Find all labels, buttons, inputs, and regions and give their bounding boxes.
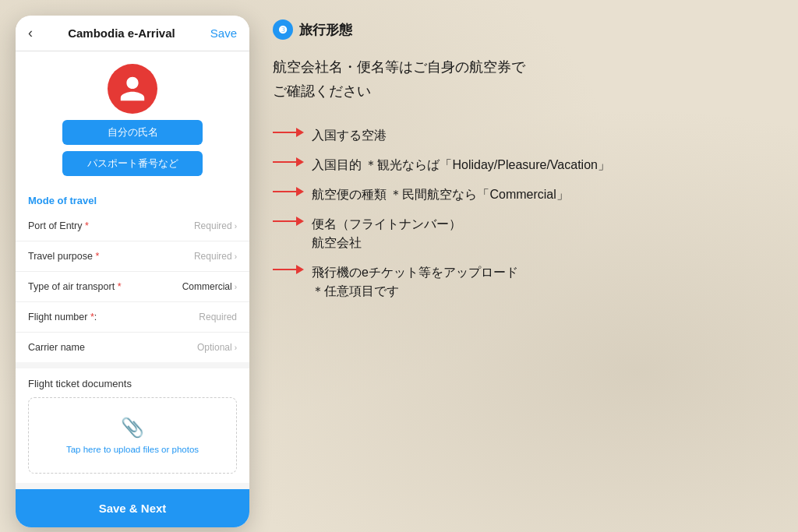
port-of-entry-value: Required › — [194, 220, 237, 231]
flight-number-label: Flight number *: — [28, 312, 97, 322]
person-icon — [118, 74, 147, 104]
badge-text: 旅行形態 — [299, 21, 352, 39]
port-of-entry-label: Port of Entry * — [28, 220, 89, 231]
carrier-name-value: Optional › — [197, 342, 237, 353]
air-transport-value: Commercial › — [182, 281, 237, 292]
carrier-name-label: Carrier name — [28, 342, 85, 353]
docs-title: Flight ticket documents — [28, 378, 237, 389]
docs-section: Flight ticket documents 📎 Tap here to up… — [16, 368, 249, 483]
profile-section: 自分の氏名 パスポート番号など — [16, 51, 249, 185]
annotations: 入国する空港 入国目的 ＊観光ならば「Holiday/Pleasure/Vaca… — [273, 126, 782, 301]
arrow-1 — [273, 128, 304, 137]
travel-purpose-value: Required › — [194, 251, 237, 262]
annotation-air-transport: 航空便の種類 ＊民間航空なら「Commercial」 — [273, 185, 782, 204]
carrier-name-row[interactable]: Carrier name Optional › — [16, 333, 249, 362]
arrow-4 — [273, 217, 304, 226]
section-badge: ❸ 旅行形態 — [273, 19, 782, 40]
avatar — [108, 64, 157, 114]
back-icon[interactable]: ‹ — [28, 25, 33, 41]
annotation-text-4: 便名（フライトナンバー）航空会社 — [312, 215, 461, 252]
phone-header: ‹ Cambodia e-Arrival Save — [16, 16, 249, 51]
port-of-entry-row[interactable]: Port of Entry * Required › — [16, 211, 249, 241]
travel-purpose-row[interactable]: Travel purpose * Required › — [16, 241, 249, 272]
phone-body: 自分の氏名 パスポート番号など Mode of travel Port of E… — [16, 51, 249, 527]
passport-button[interactable]: パスポート番号など — [62, 151, 203, 176]
mode-of-travel-label: Mode of travel — [16, 185, 249, 211]
arrow-5 — [273, 265, 304, 274]
save-next-button[interactable]: Save & Next — [16, 489, 249, 527]
description-line2: ご確認ください — [273, 83, 371, 99]
arrow-3 — [273, 187, 304, 196]
app-title: Cambodia e-Arrival — [68, 26, 175, 40]
explanation-panel: ❸ 旅行形態 航空会社名・便名等はご自身の航空券で ご確認ください 入国する空港… — [273, 16, 782, 301]
annotation-port-of-entry: 入国する空港 — [273, 126, 782, 145]
upload-area[interactable]: 📎 Tap here to upload files or photos — [28, 397, 237, 474]
flight-number-row[interactable]: Flight number *: Required — [16, 302, 249, 333]
annotation-text-1: 入国する空港 — [312, 126, 387, 145]
header-save-button[interactable]: Save — [210, 26, 237, 40]
annotation-upload: 飛行機のeチケット等をアップロード＊任意項目です — [273, 263, 782, 301]
annotation-text-3: 航空便の種類 ＊民間航空なら「Commercial」 — [312, 185, 569, 204]
name-button[interactable]: 自分の氏名 — [62, 120, 203, 145]
form-fields: Port of Entry * Required › Travel purpos… — [16, 211, 249, 362]
paperclip-icon: 📎 — [121, 417, 144, 439]
annotation-text-2: 入国目的 ＊観光ならば「Holiday/Pleasure/Vacation」 — [312, 156, 610, 174]
description-line1: 航空会社名・便名等はご自身の航空券で — [273, 59, 525, 75]
main-description: 航空会社名・便名等はご自身の航空券で ご確認ください — [273, 55, 782, 103]
badge-number: ❸ — [273, 19, 293, 40]
air-transport-label: Type of air transport * — [28, 281, 122, 292]
flight-number-value: Required — [199, 312, 237, 322]
air-transport-row[interactable]: Type of air transport * Commercial › — [16, 272, 249, 302]
arrow-2 — [273, 157, 304, 167]
upload-text: Tap here to upload files or photos — [66, 445, 199, 454]
annotation-flight-carrier: 便名（フライトナンバー）航空会社 — [273, 215, 782, 252]
annotation-text-5: 飛行機のeチケット等をアップロード＊任意項目です — [312, 263, 518, 301]
annotation-travel-purpose: 入国目的 ＊観光ならば「Holiday/Pleasure/Vacation」 — [273, 156, 782, 174]
travel-purpose-label: Travel purpose * — [28, 251, 99, 262]
phone-mockup: ‹ Cambodia e-Arrival Save 自分の氏名 パスポート番号な… — [16, 16, 249, 527]
